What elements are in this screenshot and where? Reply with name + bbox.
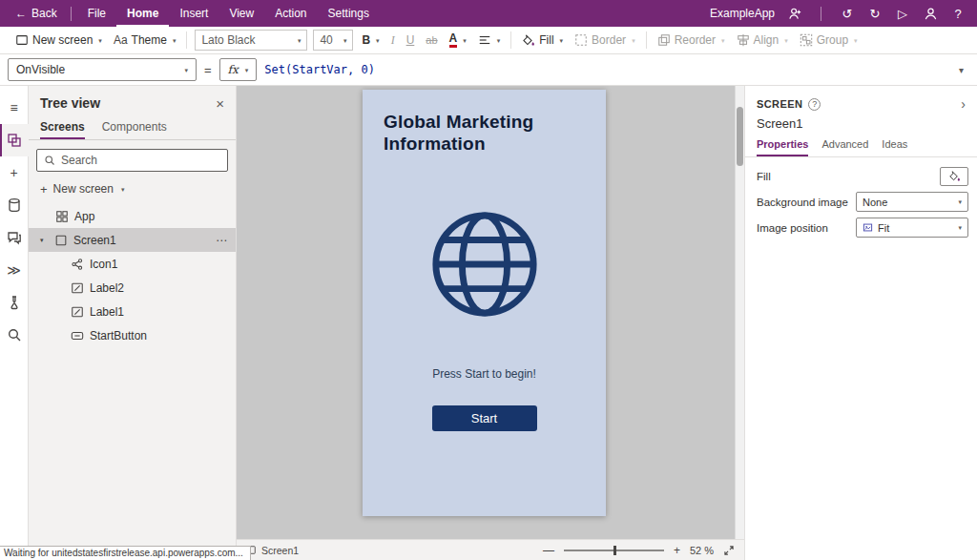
font-size-select[interactable]: 40 ▾ — [313, 30, 353, 51]
tree-item-icon1[interactable]: Icon1 — [29, 252, 236, 276]
menu-settings[interactable]: Settings — [318, 0, 380, 27]
menu-action[interactable]: Action — [264, 0, 317, 27]
group-button[interactable]: Group ▾ — [794, 27, 863, 53]
tree-view-tabs: Screens Components — [29, 114, 236, 140]
new-screen-button[interactable]: New screen ▾ — [10, 27, 108, 53]
scrollbar-thumb[interactable] — [737, 107, 743, 166]
tree-view-icon[interactable] — [0, 124, 29, 156]
icon-control-icon — [71, 258, 84, 271]
chevron-down-icon: ▾ — [721, 37, 725, 44]
menu-insert[interactable]: Insert — [169, 0, 218, 27]
fill-bucket-icon — [522, 33, 535, 47]
text-align-button[interactable]: ▾ — [472, 27, 507, 53]
image-position-select[interactable]: Fit ▾ — [856, 218, 968, 238]
hamburger-menu-icon[interactable]: ≡ — [0, 92, 29, 124]
collapse-panel-icon[interactable]: › — [961, 97, 966, 111]
redo-icon[interactable]: ↻ — [867, 8, 883, 20]
chevron-down-icon: ▾ — [298, 37, 301, 44]
zoom-slider-thumb[interactable] — [613, 546, 616, 555]
tab-properties[interactable]: Properties — [757, 138, 808, 156]
canvas-area[interactable]: Global Marketing Information Press Start… — [237, 86, 744, 560]
font-color-button[interactable]: A ▾ — [444, 27, 472, 53]
close-icon[interactable]: × — [216, 96, 224, 111]
tree-item-screen1[interactable]: ▾ Screen1 ⋯ — [29, 228, 236, 252]
more-icon[interactable]: ⋯ — [216, 234, 228, 247]
fullscreen-icon[interactable] — [723, 545, 735, 556]
topbar-divider — [71, 7, 72, 21]
property-select[interactable]: OnVisible ▾ — [8, 58, 197, 81]
browser-status-message: Waiting for unitedstatesfirstrelease.api… — [0, 546, 251, 560]
group-icon — [800, 33, 813, 47]
font-family-select[interactable]: Lato Black ▾ — [195, 30, 307, 51]
align-button[interactable]: Align ▾ — [731, 27, 794, 53]
bold-button[interactable]: B ▾ — [356, 27, 385, 53]
menu-home[interactable]: Home — [116, 0, 169, 27]
app-screen-preview[interactable]: Global Marketing Information Press Start… — [363, 90, 606, 516]
chevron-down-icon[interactable]: ▾ — [40, 237, 49, 244]
property-value: OnVisible — [16, 63, 65, 76]
image-position-icon — [863, 222, 873, 233]
tree-item-label2[interactable]: Label2 — [29, 276, 236, 300]
zoom-slider[interactable] — [564, 550, 664, 551]
account-icon[interactable] — [923, 7, 938, 21]
tree-item-app[interactable]: App — [29, 204, 236, 228]
back-button[interactable]: ← Back — [8, 7, 65, 20]
app-title-label[interactable]: Global Marketing Information — [363, 90, 606, 155]
help-icon[interactable]: ? — [950, 8, 966, 20]
new-screen-tree-button[interactable]: + New screen ▾ — [29, 176, 236, 202]
theme-button[interactable]: Aa Theme ▾ — [108, 27, 182, 53]
fx-select[interactable]: fx ▾ — [219, 58, 258, 81]
tree-item-startbutton[interactable]: StartButton — [29, 323, 236, 347]
new-screen-label: New screen — [32, 33, 93, 47]
search-icon[interactable] — [0, 319, 29, 351]
border-button[interactable]: Border ▾ — [569, 27, 641, 53]
start-button[interactable]: Start — [432, 405, 537, 431]
tree-item-label: Label2 — [90, 281, 124, 295]
fill-color-button[interactable] — [940, 167, 968, 186]
powerapps-studio: ← Back File Home Insert View Action Sett… — [0, 0, 977, 560]
tree-item-label1[interactable]: Label1 — [29, 300, 236, 323]
background-image-select[interactable]: None ▾ — [856, 192, 968, 212]
formula-expand-icon[interactable]: ▾ — [953, 65, 969, 75]
equals-sign: = — [204, 63, 212, 77]
main-area: ≡ + ≫ Tree view × — [0, 86, 977, 560]
tab-screens[interactable]: Screens — [40, 118, 85, 139]
chevron-down-icon: ▾ — [376, 37, 380, 44]
menu-view[interactable]: View — [218, 0, 264, 27]
menu-file[interactable]: File — [77, 0, 116, 27]
italic-button[interactable]: I — [385, 27, 401, 53]
fill-label: Fill — [539, 33, 553, 47]
tab-ideas[interactable]: Ideas — [882, 138, 907, 156]
help-icon[interactable]: ? — [808, 98, 821, 111]
back-label: Back — [31, 7, 57, 20]
zoom-out-button[interactable]: — — [543, 545, 554, 556]
search-input[interactable] — [61, 154, 220, 167]
app-icon — [55, 210, 69, 223]
fill-button[interactable]: Fill ▾ — [516, 27, 569, 53]
button-control-icon — [71, 329, 84, 342]
play-icon[interactable]: ▷ — [895, 8, 910, 20]
underline-button[interactable]: U — [401, 27, 421, 53]
data-icon[interactable] — [0, 189, 29, 221]
canvas-scrollbar[interactable] — [735, 86, 744, 539]
zoom-in-button[interactable]: + — [674, 545, 680, 556]
comments-icon[interactable] — [0, 221, 29, 254]
tree-item-label: Screen1 — [73, 234, 116, 247]
globe-icon[interactable] — [428, 208, 541, 321]
undo-icon[interactable]: ↺ — [840, 8, 855, 20]
flows-icon[interactable]: ≫ — [0, 254, 29, 286]
insert-icon[interactable]: + — [0, 156, 29, 189]
share-icon[interactable] — [787, 7, 802, 21]
search-box[interactable] — [36, 149, 228, 172]
tab-advanced[interactable]: Advanced — [821, 138, 868, 156]
chevron-down-icon: ▾ — [173, 37, 177, 44]
fx-icon: fx — [228, 63, 239, 76]
strikethrough-icon: ab — [426, 34, 437, 46]
canvas-status-bar: Screen1 — + 52 % — [237, 539, 744, 560]
tab-components[interactable]: Components — [102, 118, 167, 139]
reorder-button[interactable]: Reorder ▾ — [652, 27, 731, 53]
strikethrough-button[interactable]: ab — [420, 27, 443, 53]
app-subtitle-label[interactable]: Press Start to begin! — [363, 367, 606, 381]
formula-input[interactable]: Set(StartVar, 0) — [264, 63, 946, 76]
advanced-tools-icon[interactable] — [0, 286, 29, 319]
